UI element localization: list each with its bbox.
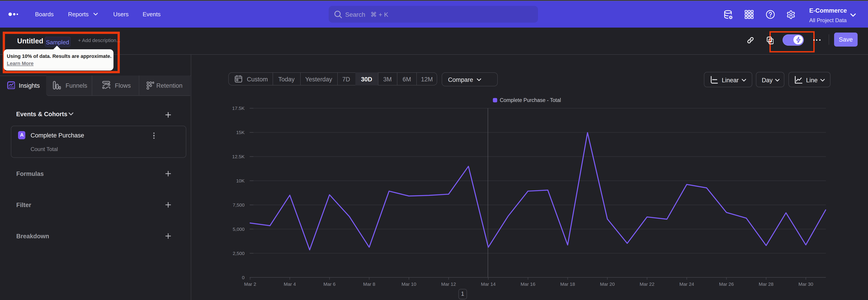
svg-text:Mar 18: Mar 18 (560, 281, 575, 287)
svg-text:5,000: 5,000 (232, 227, 245, 232)
svg-text:Mar 4: Mar 4 (284, 281, 296, 287)
svg-text:Complete Purchase - Total: Complete Purchase - Total (500, 97, 561, 103)
svg-text:17.5K: 17.5K (232, 106, 245, 111)
svg-text:12.5K: 12.5K (232, 154, 245, 159)
svg-text:7,500: 7,500 (232, 202, 245, 208)
svg-text:Mar 6: Mar 6 (323, 281, 336, 287)
svg-text:Mar 22: Mar 22 (640, 281, 654, 287)
svg-text:Mar 2: Mar 2 (244, 281, 256, 287)
svg-text:Mar 8: Mar 8 (363, 281, 375, 287)
svg-text:Mar 24: Mar 24 (679, 281, 694, 287)
svg-text:2,500: 2,500 (232, 251, 245, 256)
svg-text:15K: 15K (236, 130, 245, 135)
svg-text:Mar 20: Mar 20 (600, 281, 615, 287)
svg-text:Mar 12: Mar 12 (441, 281, 456, 287)
svg-text:10K: 10K (236, 178, 245, 183)
svg-text:Mar 30: Mar 30 (798, 281, 813, 287)
svg-text:Mar 10: Mar 10 (401, 281, 416, 287)
svg-text:Mar 14: Mar 14 (481, 281, 496, 287)
svg-text:Mar 28: Mar 28 (759, 281, 774, 287)
svg-text:Mar 26: Mar 26 (719, 281, 734, 287)
svg-text:0: 0 (242, 275, 245, 280)
svg-text:Mar 16: Mar 16 (521, 281, 535, 287)
